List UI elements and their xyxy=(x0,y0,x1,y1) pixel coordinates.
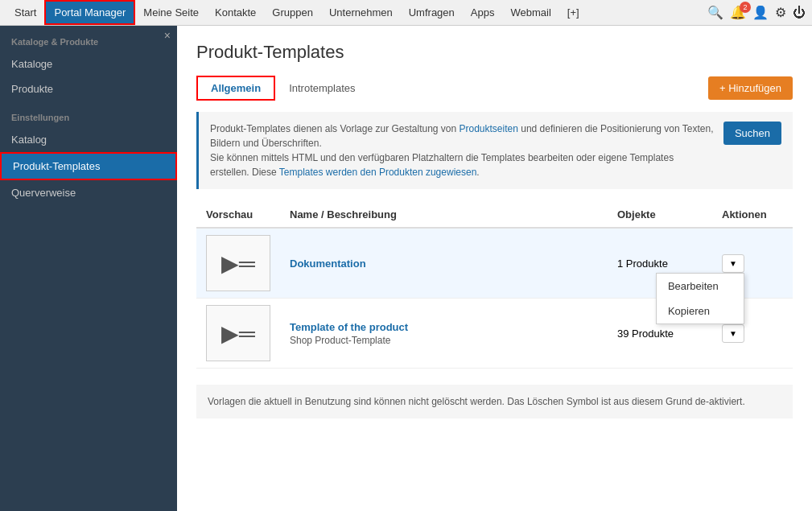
sidebar-item-produkte[interactable]: Produkte xyxy=(0,76,177,101)
sidebar-section-title-kataloge: Kataloge & Produkte xyxy=(0,26,177,52)
footer-note-text: Vorlagen die aktuell in Benutzung sind k… xyxy=(208,396,745,407)
power-icon[interactable]: ⏻ xyxy=(793,6,806,20)
info-text-part1: Produkt-Templates dienen als Vorlage zur… xyxy=(210,123,714,149)
dropdown-menu-1: Bearbeiten Kopieren xyxy=(656,273,744,324)
add-button[interactable]: + Hinzufügen xyxy=(708,76,793,100)
main-layout: × Kataloge & Produkte Kataloge Produkte … xyxy=(0,26,812,511)
preview-thumbnail-1: ▶═ xyxy=(206,235,270,291)
table-row: ▶═ Dokumentation 1 Produkte ▼ xyxy=(196,228,793,299)
nav-webmail[interactable]: Webmail xyxy=(502,2,559,23)
search-button[interactable]: Suchen xyxy=(723,122,781,145)
notifications-icon[interactable]: 🔔 2 xyxy=(730,5,746,20)
page-title: Produkt-Templates xyxy=(196,42,793,63)
sidebar-item-produkt-templates[interactable]: Produkt-Templates xyxy=(0,152,177,180)
cell-name-1: Dokumentation xyxy=(280,228,608,299)
sidebar-item-katalog[interactable]: Katalog xyxy=(0,127,177,152)
objects-count-2: 39 Produkte xyxy=(617,328,674,340)
actions-dropdown-button-1[interactable]: ▼ xyxy=(722,254,744,273)
search-icon[interactable]: 🔍 xyxy=(707,5,723,20)
nav-start[interactable]: Start xyxy=(6,2,44,23)
sidebar: × Kataloge & Produkte Kataloge Produkte … xyxy=(0,26,177,511)
template-name-link-2[interactable]: Template of the product xyxy=(290,321,408,333)
main-content: Produkt-Templates Allgemein Introtemplat… xyxy=(177,26,812,511)
sidebar-close-button[interactable]: × xyxy=(164,29,171,42)
actions-dropdown-1: ▼ Bearbeiten Kopieren xyxy=(722,254,744,273)
col-header-vorschau: Vorschau xyxy=(196,202,280,228)
chevron-down-icon-2: ▼ xyxy=(729,329,737,338)
settings-icon[interactable]: ⚙ xyxy=(775,5,786,20)
sidebar-section-title-einstellungen: Einstellungen xyxy=(0,101,177,127)
objects-count-1: 1 Produkte xyxy=(617,258,668,270)
cell-name-2: Template of the product Shop Product-Tem… xyxy=(280,299,608,369)
info-text: Produkt-Templates dienen als Vorlage zur… xyxy=(210,122,715,179)
top-navigation: Start Portal Manager Meine Seite Kontakt… xyxy=(0,0,812,26)
nav-apps[interactable]: Apps xyxy=(463,2,503,23)
nav-plus[interactable]: [+] xyxy=(559,2,587,23)
cell-preview-1: ▶═ xyxy=(196,228,280,299)
dropdown-item-kopieren[interactable]: Kopieren xyxy=(657,299,744,323)
template-preview-icon-2: ▶═ xyxy=(221,320,255,347)
info-box: Produkt-Templates dienen als Vorlage zur… xyxy=(196,112,793,189)
template-description-2: Shop Product-Template xyxy=(290,335,598,346)
tab-allgemein[interactable]: Allgemein xyxy=(196,76,275,101)
cell-actions-1: ▼ Bearbeiten Kopieren xyxy=(712,228,793,299)
tabs-row: Allgemein Introtemplates + Hinzufügen xyxy=(196,76,793,101)
nav-meine-seite[interactable]: Meine Seite xyxy=(135,2,207,23)
dropdown-item-bearbeiten[interactable]: Bearbeiten xyxy=(657,274,744,299)
nav-umfragen[interactable]: Umfragen xyxy=(401,2,463,23)
tab-introtemplates[interactable]: Introtemplates xyxy=(275,76,369,100)
top-nav-icons: 🔍 🔔 2 👤 ⚙ ⏻ xyxy=(707,5,806,20)
col-header-objekte: Objekte xyxy=(608,202,712,228)
preview-thumbnail-2: ▶═ xyxy=(206,305,270,361)
nav-gruppen[interactable]: Gruppen xyxy=(264,2,321,23)
col-header-aktionen: Aktionen xyxy=(712,202,793,228)
user-icon[interactable]: 👤 xyxy=(752,5,769,20)
chevron-down-icon: ▼ xyxy=(729,259,737,268)
info-text-part2: Sie können mittels HTML und den verfügba… xyxy=(210,152,674,178)
template-name-link-1[interactable]: Dokumentation xyxy=(290,258,366,270)
nav-unternehmen[interactable]: Unternehmen xyxy=(321,2,401,23)
sidebar-item-kataloge[interactable]: Kataloge xyxy=(0,52,177,76)
nav-portal-manager[interactable]: Portal Manager xyxy=(44,0,135,25)
templates-table: Vorschau Name / Beschreibung Objekte Akt… xyxy=(196,202,793,369)
actions-dropdown-button-2[interactable]: ▼ xyxy=(722,324,744,343)
sidebar-item-querverweise[interactable]: Querverweise xyxy=(0,180,177,205)
col-header-name: Name / Beschreibung xyxy=(280,202,608,228)
cell-preview-2: ▶═ xyxy=(196,299,280,369)
template-preview-icon-1: ▶═ xyxy=(221,250,255,277)
nav-kontakte[interactable]: Kontakte xyxy=(207,2,264,23)
notifications-badge: 2 xyxy=(740,2,751,13)
footer-note: Vorlagen die aktuell in Benutzung sind k… xyxy=(196,385,793,418)
actions-dropdown-2: ▼ xyxy=(722,324,744,343)
